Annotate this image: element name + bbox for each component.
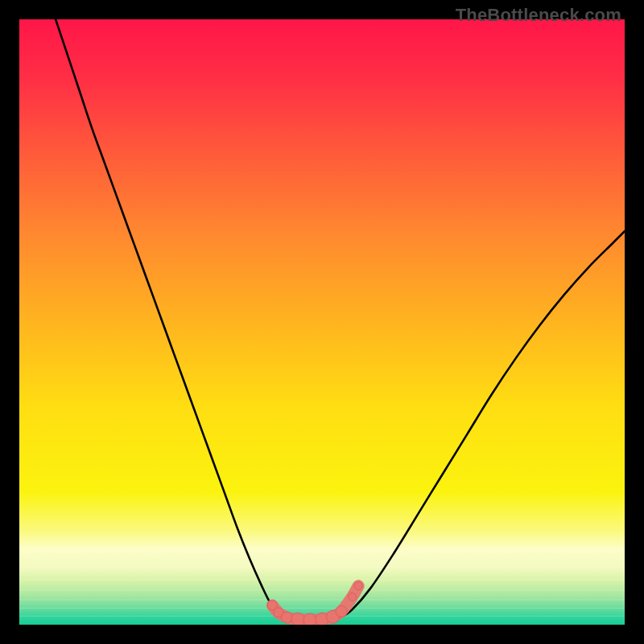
valley-marker: [303, 613, 316, 625]
valley-marker: [354, 582, 362, 590]
valley-marker: [349, 592, 357, 601]
chart-frame: TheBottleneck.com: [0, 0, 644, 644]
valley-marker-group: [267, 582, 362, 625]
bottleneck-curve: [56, 19, 625, 621]
valley-marker: [281, 612, 292, 623]
valley-marker: [291, 613, 304, 625]
plot-area: [19, 19, 625, 625]
valley-marker: [336, 605, 347, 617]
chart-svg: [19, 19, 625, 625]
watermark-text: TheBottleneck.com: [456, 5, 621, 26]
